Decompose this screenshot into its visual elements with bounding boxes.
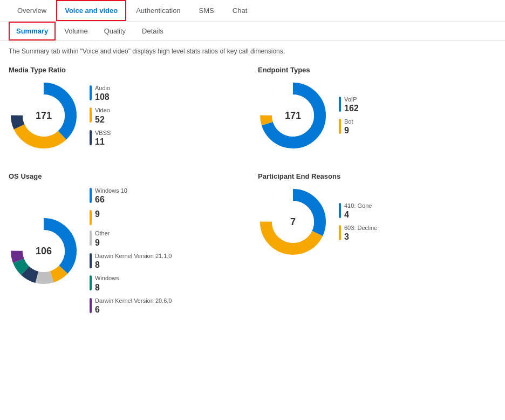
legend-os-orange-bar <box>90 210 92 225</box>
legend-windows-value: 8 <box>95 282 119 293</box>
top-nav-sms[interactable]: SMS <box>190 0 223 21</box>
legend-video-label: Video <box>95 106 110 114</box>
endpoint-types-title: Endpoint Types <box>258 66 496 74</box>
endpoint-types-legend: VoIP 162 Bot 9 <box>339 96 359 136</box>
legend-darwin211: Darwin Kernel Version 21.1.0 8 <box>90 252 172 270</box>
os-usage-section: OS Usage <box>9 172 247 315</box>
legend-video: Video 52 <box>90 106 111 124</box>
legend-bot-label: Bot <box>344 118 353 125</box>
legend-bot-value: 9 <box>344 125 353 136</box>
os-usage-donut: 106 <box>9 216 79 286</box>
legend-windows-label: Windows <box>95 274 119 282</box>
legend-win10-bar <box>90 188 92 203</box>
legend-603-bar <box>339 225 341 240</box>
media-type-ratio-donut: 171 <box>9 80 79 151</box>
legend-vbss-label: VBSS <box>95 129 111 137</box>
sub-nav-volume[interactable]: Volume <box>57 22 95 40</box>
legend-darwin211-label: Darwin Kernel Version 21.1.0 <box>95 252 172 260</box>
summary-description: The Summary tab within "Voice and video"… <box>0 41 505 62</box>
legend-voip-label: VoIP <box>344 96 359 103</box>
participant-end-reasons-total: 7 <box>290 216 296 228</box>
endpoint-types-section: Endpoint Types 171 <box>258 66 496 151</box>
legend-voip: VoIP 162 <box>339 96 359 113</box>
legend-win10-value: 66 <box>95 194 127 205</box>
top-nav-overview[interactable]: Overview <box>9 0 55 21</box>
sub-nav: Summary Volume Quality Details <box>0 22 505 41</box>
legend-audio-value: 108 <box>95 92 110 102</box>
top-nav-chat[interactable]: Chat <box>224 0 256 21</box>
os-usage-legend: Windows 10 66 9 Other <box>90 187 172 315</box>
participant-end-reasons-section: Participant End Reasons 7 <box>258 172 496 315</box>
media-type-ratio-legend: Audio 108 Video 52 VBS <box>90 84 111 147</box>
legend-other-value: 9 <box>95 238 110 248</box>
endpoint-types-chart: 171 VoIP 162 Bot 9 <box>258 80 496 151</box>
legend-410-bar <box>339 203 341 218</box>
legend-os-orange: 9 <box>90 209 172 225</box>
legend-410: 410: Gone 4 <box>339 202 377 220</box>
legend-vbss: VBSS 11 <box>90 129 111 147</box>
sub-nav-summary[interactable]: Summary <box>9 22 56 40</box>
legend-other-bar <box>90 231 92 246</box>
legend-darwin206-label: Darwin Kernel Version 20.6.0 <box>95 297 172 304</box>
legend-other-label: Other <box>95 229 110 237</box>
legend-410-value: 4 <box>344 209 372 220</box>
participant-end-reasons-title: Participant End Reasons <box>258 172 496 180</box>
legend-windows-bar <box>90 275 92 290</box>
legend-bot-bar <box>339 119 341 134</box>
endpoint-types-donut: 171 <box>258 80 328 151</box>
legend-darwin211-bar <box>90 253 92 268</box>
legend-voip-bar <box>339 97 341 112</box>
legend-audio-bar <box>90 85 92 100</box>
legend-bot: Bot 9 <box>339 118 359 136</box>
participant-end-reasons-legend: 410: Gone 4 603: Decline 3 <box>339 202 377 242</box>
legend-darwin206-value: 6 <box>95 304 172 315</box>
legend-win10: Windows 10 66 <box>90 187 172 205</box>
top-nav-authentication[interactable]: Authentication <box>127 0 189 21</box>
legend-603: 603: Decline 3 <box>339 224 377 242</box>
sub-nav-quality[interactable]: Quality <box>97 22 133 40</box>
charts-row-2: OS Usage <box>9 172 496 315</box>
main-content: Media Type Ratio 171 <box>0 62 505 341</box>
participant-end-reasons-chart: 7 410: Gone 4 603: Decline 3 <box>258 187 496 257</box>
legend-other: Other 9 <box>90 229 172 247</box>
media-type-ratio-section: Media Type Ratio 171 <box>9 66 247 151</box>
legend-vbss-bar <box>90 130 92 145</box>
top-nav-voice-video[interactable]: Voice and video <box>56 0 126 21</box>
legend-audio-label: Audio <box>95 84 110 92</box>
sub-nav-details[interactable]: Details <box>134 22 171 40</box>
os-usage-total: 106 <box>36 245 52 256</box>
os-usage-title: OS Usage <box>9 172 247 180</box>
charts-row-1: Media Type Ratio 171 <box>9 66 496 151</box>
legend-darwin211-value: 8 <box>95 260 172 270</box>
legend-win10-label: Windows 10 <box>95 187 127 194</box>
legend-windows: Windows 8 <box>90 274 172 292</box>
os-usage-chart: 106 Windows 10 66 9 <box>9 187 247 315</box>
endpoint-types-total: 171 <box>285 110 301 121</box>
media-type-ratio-total: 171 <box>36 110 52 121</box>
legend-darwin206: Darwin Kernel Version 20.6.0 6 <box>90 297 172 315</box>
legend-603-value: 3 <box>344 232 377 242</box>
legend-video-bar <box>90 107 92 123</box>
participant-end-reasons-donut: 7 <box>258 187 328 257</box>
legend-voip-value: 162 <box>344 103 359 113</box>
legend-os-orange-value: 9 <box>95 209 100 219</box>
top-nav: Overview Voice and video Authentication … <box>0 0 505 22</box>
legend-audio: Audio 108 <box>90 84 111 102</box>
legend-darwin206-bar <box>90 298 92 313</box>
legend-video-value: 52 <box>95 114 110 125</box>
media-type-ratio-chart: 171 Audio 108 Video 52 <box>9 80 247 151</box>
legend-vbss-value: 11 <box>95 137 111 147</box>
legend-603-label: 603: Decline <box>344 224 377 232</box>
media-type-ratio-title: Media Type Ratio <box>9 66 247 74</box>
legend-410-label: 410: Gone <box>344 202 372 209</box>
